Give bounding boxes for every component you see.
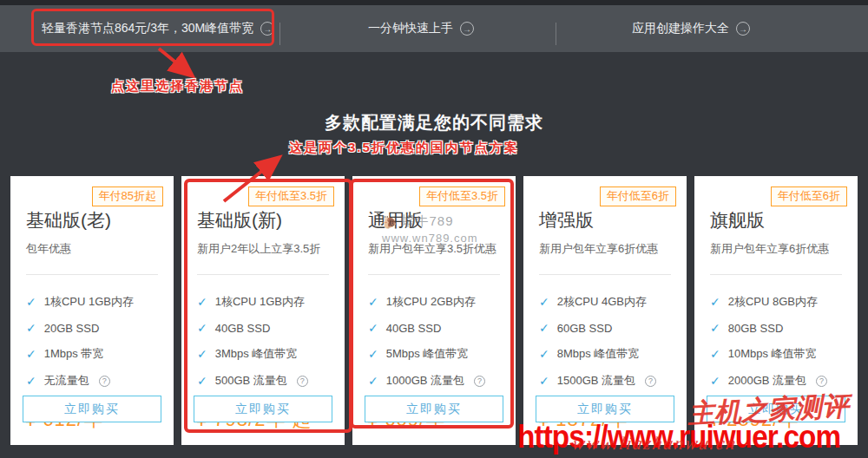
card-divider — [539, 274, 671, 275]
tab-app-guide-label: 应用创建操作大全 — [632, 21, 729, 36]
check-icon: ✓ — [539, 321, 549, 335]
check-icon: ✓ — [197, 347, 207, 361]
tab-quick-start[interactable]: 一分钟快速上手 → — [368, 5, 474, 52]
plans-row: 年付85折起 基础版(老) 包年优惠 ✓ 1核CPU 1GB内存 ✓ 20GB … — [10, 176, 858, 445]
feature-text: 1核CPU 1GB内存 — [215, 294, 305, 310]
feature-row: ✓ 20GB SSD — [26, 321, 174, 335]
feature-row: ✓ 1核CPU 1GB内存 — [26, 294, 174, 310]
check-icon: ✓ — [197, 374, 207, 388]
help-icon[interactable]: ? — [645, 376, 656, 387]
card-divider — [26, 274, 158, 275]
check-icon: ✓ — [539, 347, 549, 361]
feature-row: ✓ 8Mbps 峰值带宽 — [539, 346, 687, 362]
feature-text: 1核CPU 1GB内存 — [44, 294, 134, 310]
page-title: 多款配置满足您的不同需求 — [0, 111, 868, 134]
feature-list: ✓ 1核CPU 1GB内存 ✓ 40GB SSD ✓ 3Mbps 峰值带宽 ✓ … — [197, 294, 345, 389]
feature-text: 1500GB 流量包 — [557, 373, 635, 389]
tab-hongkong-label: 轻量香港节点864元/3年，30M峰值带宽 — [42, 21, 253, 36]
check-icon: ✓ — [710, 374, 720, 388]
plan-name: 基础版(老) — [26, 208, 158, 232]
feature-row: ✓ 1核CPU 2GB内存 — [368, 294, 516, 310]
feature-row: ✓ 1Mbps 带宽 — [26, 346, 174, 362]
feature-text: 3Mbps 峰值带宽 — [215, 346, 298, 362]
buy-button[interactable]: 立即购买 — [536, 396, 674, 422]
plan-card: 年付低至3.5折 通用版 新用户包年立享3.5折优惠 ✓ 1核CPU 2GB内存… — [352, 176, 516, 445]
feature-text: 无流量包 — [44, 373, 89, 389]
tab-quick-start-label: 一分钟快速上手 — [368, 21, 453, 36]
plan-subtitle: 新用户包年立享6折优惠 — [539, 241, 671, 257]
check-icon: ✓ — [26, 347, 36, 361]
help-icon[interactable]: ? — [99, 376, 110, 387]
check-icon: ✓ — [368, 347, 378, 361]
feature-text: 1Mbps 带宽 — [44, 346, 104, 362]
help-icon[interactable]: ? — [474, 376, 485, 387]
arrow-circle-icon: → — [736, 22, 750, 36]
plan-card: 年付低至3.5折 基础版(新) 新用户2年以上立享3.5折 ✓ 1核CPU 1G… — [181, 176, 345, 445]
check-icon: ✓ — [26, 374, 36, 388]
check-icon: ✓ — [710, 321, 720, 335]
plan-name: 旗舰版 — [710, 208, 842, 232]
arrow-to-hk-note — [159, 49, 192, 75]
feature-text: 2核CPU 4GB内存 — [557, 294, 647, 310]
card-divider — [368, 274, 500, 275]
feature-text: 80GB SSD — [728, 322, 784, 335]
plan-card: 年付85折起 基础版(老) 包年优惠 ✓ 1核CPU 1GB内存 ✓ 20GB … — [10, 176, 174, 445]
feature-text: 40GB SSD — [215, 322, 271, 335]
buy-button[interactable]: 立即购买 — [365, 396, 503, 422]
check-icon: ✓ — [197, 321, 207, 335]
plan-card: 年付低至6折 旗舰版 新用户包年立享6折优惠 ✓ 2核CPU 8GB内存 ✓ 8… — [694, 176, 858, 445]
plan-subtitle: 新用户包年立享6折优惠 — [710, 241, 842, 257]
feature-text: 2核CPU 8GB内存 — [728, 294, 818, 310]
plan-subtitle: 包年优惠 — [26, 241, 158, 257]
buy-button[interactable]: 立即购买 — [707, 396, 845, 422]
feature-list: ✓ 2核CPU 4GB内存 ✓ 60GB SSD ✓ 8Mbps 峰值带宽 ✓ … — [539, 294, 687, 389]
help-icon[interactable]: ? — [816, 376, 827, 387]
feature-text: 60GB SSD — [557, 322, 613, 335]
discount-badge: 年付85折起 — [92, 186, 163, 206]
plan-name: 增强版 — [539, 208, 671, 232]
feature-text: 500GB 流量包 — [215, 373, 287, 389]
feature-row: ✓ 5Mbps 峰值带宽 — [368, 346, 516, 362]
header-bar: 轻量香港节点864元/3年，30M峰值带宽 → 一分钟快速上手 → 应用创建操作… — [0, 5, 868, 52]
check-icon: ✓ — [197, 295, 207, 309]
feature-row: ✓ 3Mbps 峰值带宽 — [197, 346, 345, 362]
check-icon: ✓ — [710, 295, 720, 309]
feature-row: ✓ 2000GB 流量包 ? — [710, 373, 858, 389]
feature-text: 10Mbps 峰值带宽 — [728, 346, 817, 362]
check-icon: ✓ — [368, 321, 378, 335]
header-divider — [279, 23, 280, 45]
feature-text: 5Mbps 峰值带宽 — [386, 346, 469, 362]
tab-hongkong-node[interactable]: 轻量香港节点864元/3年，30M峰值带宽 → — [42, 5, 274, 52]
feature-row: ✓ 2核CPU 4GB内存 — [539, 294, 687, 310]
buy-button[interactable]: 立即购买 — [194, 396, 332, 422]
discount-badge: 年付低至3.5折 — [419, 186, 505, 206]
check-icon: ✓ — [26, 295, 36, 309]
feature-text: 1000GB 流量包 — [386, 373, 464, 389]
feature-row: ✓ 1000GB 流量包 ? — [368, 373, 516, 389]
plan-name: 基础版(新) — [197, 208, 329, 232]
check-icon: ✓ — [368, 295, 378, 309]
feature-row: ✓ 60GB SSD — [539, 321, 687, 335]
discount-badge: 年付低至6折 — [600, 186, 676, 206]
card-divider — [197, 274, 329, 275]
feature-row: ✓ 10Mbps 峰值带宽 — [710, 346, 858, 362]
feature-list: ✓ 1核CPU 1GB内存 ✓ 20GB SSD ✓ 1Mbps 带宽 ✓ 无流… — [26, 294, 174, 389]
feature-list: ✓ 1核CPU 2GB内存 ✓ 40GB SSD ✓ 5Mbps 峰值带宽 ✓ … — [368, 294, 516, 389]
feature-text: 2000GB 流量包 — [728, 373, 806, 389]
annotation-discount-note: 这是两个3.5折优惠的国内节点方案 — [289, 140, 519, 156]
arrow-circle-icon: → — [260, 22, 274, 36]
header-divider — [556, 23, 556, 45]
help-icon[interactable]: ? — [297, 376, 308, 387]
buy-button[interactable]: 立即购买 — [23, 396, 161, 422]
tab-app-guide[interactable]: 应用创建操作大全 → — [632, 5, 750, 52]
check-icon: ✓ — [26, 321, 36, 335]
discount-badge: 年付低至6折 — [771, 186, 847, 206]
feature-list: ✓ 2核CPU 8GB内存 ✓ 80GB SSD ✓ 10Mbps 峰值带宽 ✓… — [710, 294, 858, 389]
feature-text: 1核CPU 2GB内存 — [386, 294, 476, 310]
feature-text: 20GB SSD — [44, 322, 100, 335]
plan-subtitle: 新用户包年立享3.5折优惠 — [368, 241, 500, 257]
feature-row: ✓ 500GB 流量包 ? — [197, 373, 345, 389]
check-icon: ✓ — [710, 347, 720, 361]
annotation-hongkong-note: 点这里选择香港节点 — [111, 78, 244, 95]
arrow-circle-icon: → — [460, 22, 474, 36]
